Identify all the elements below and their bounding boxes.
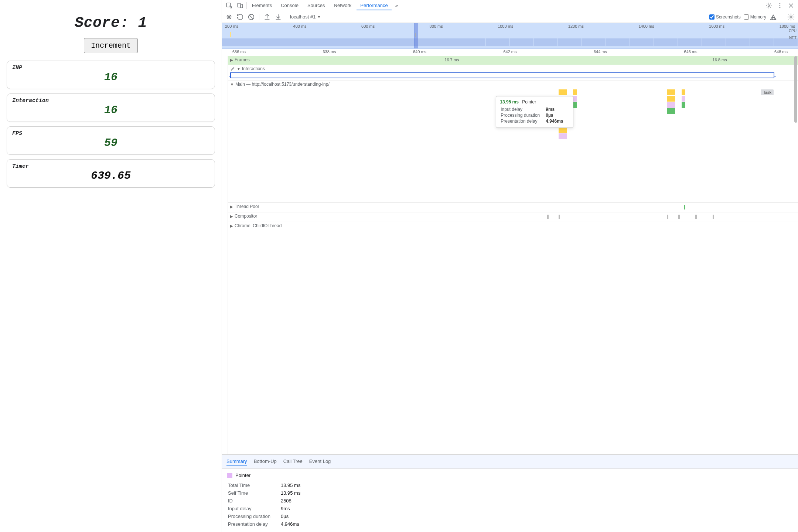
svg-point-6 — [780, 7, 780, 8]
gc-icon[interactable] — [769, 13, 777, 21]
scrollbar-thumb[interactable] — [794, 56, 797, 123]
metric-label: Interaction — [12, 98, 209, 104]
svg-point-4 — [780, 3, 780, 4]
svg-point-3 — [768, 4, 770, 6]
frame-time: 16.8 ms — [713, 58, 727, 62]
upload-profile-icon[interactable] — [263, 13, 271, 21]
metric-label: FPS — [12, 130, 209, 137]
metric-interaction: Interaction 16 — [7, 93, 215, 122]
expander-icon[interactable]: ▶ — [230, 214, 233, 218]
detail-tabbar: Summary Bottom-Up Call Tree Event Log — [222, 455, 798, 469]
metric-inp: INP 16 — [7, 61, 215, 89]
metric-timer: Timer 639.65 — [7, 159, 215, 188]
overview-viewport-handle[interactable] — [415, 23, 418, 48]
ov-tick: 1200 ms — [568, 24, 584, 28]
compositor-track[interactable]: ▶ Compositor — [228, 212, 798, 222]
frames-track[interactable]: ▶ Frames 16.7 ms 16.8 ms — [228, 56, 798, 65]
expander-icon[interactable]: ▼ — [237, 67, 241, 71]
net-label: NET — [789, 36, 797, 40]
tab-call-tree[interactable]: Call Tree — [283, 457, 303, 466]
flamechart[interactable]: ▶ Frames 16.7 ms 16.8 ms ▼ Interactions — [222, 56, 798, 455]
track-label: Frames — [235, 57, 250, 62]
metric-value: 16 — [12, 104, 209, 116]
frame-time: 16.7 ms — [444, 58, 459, 62]
zoom-tick: 648 ms — [774, 50, 788, 55]
expander-icon[interactable]: ▶ — [230, 58, 233, 62]
track-label: Chrome_ChildIOThread — [235, 223, 282, 228]
download-profile-icon[interactable] — [274, 13, 282, 21]
overview-timeline[interactable]: 200 ms 400 ms 600 ms 800 ms 1000 ms 1200… — [222, 23, 798, 49]
performance-toolbar: localhost #1 ▼ Screenshots Memory — [222, 11, 798, 23]
event-color-swatch — [227, 473, 232, 478]
track-label: Compositor — [235, 214, 257, 219]
tab-event-log[interactable]: Event Log — [309, 457, 331, 466]
tab-summary[interactable]: Summary — [226, 457, 247, 466]
track-label: Interactions — [242, 66, 265, 71]
ov-tick: 1400 ms — [638, 24, 654, 28]
svg-point-10 — [790, 16, 792, 18]
metric-fps: FPS 59 — [7, 126, 215, 155]
zoom-ruler[interactable]: 636 ms 638 ms 640 ms 642 ms 644 ms 646 m… — [222, 49, 798, 56]
tab-console[interactable]: Console — [277, 0, 302, 10]
clear-icon[interactable] — [247, 13, 255, 21]
chevron-down-icon: ▼ — [317, 15, 321, 19]
zoom-tick: 640 ms — [413, 50, 426, 55]
tab-bottom-up[interactable]: Bottom-Up — [254, 457, 277, 466]
zoom-tick: 642 ms — [503, 50, 516, 55]
recording-name: localhost #1 — [290, 14, 316, 20]
reload-record-icon[interactable] — [236, 13, 244, 21]
cpu-label: CPU — [789, 29, 797, 33]
device-toggle-icon[interactable] — [235, 1, 245, 10]
tab-sources[interactable]: Sources — [304, 0, 329, 10]
event-name: Pointer — [235, 473, 250, 478]
tooltip-ms: 13.95 ms — [500, 99, 519, 105]
interaction-bar[interactable] — [230, 72, 774, 78]
metric-value: 16 — [12, 71, 209, 83]
ov-tick: 800 ms — [430, 24, 443, 28]
kebab-icon[interactable] — [775, 1, 785, 10]
childio-track[interactable]: ▶ Chrome_ChildIOThread — [228, 222, 798, 231]
summary-panel: Pointer Total Time 13.95 ms Self Time 13… — [222, 469, 798, 532]
metric-value: 59 — [12, 137, 209, 149]
ov-tick: 600 ms — [361, 24, 375, 28]
devtools-pane: Elements Console Sources Network Perform… — [222, 0, 798, 532]
expander-icon[interactable]: ▶ — [230, 205, 233, 209]
screenshots-checkbox[interactable]: Screenshots — [709, 14, 741, 20]
ov-tick: 400 ms — [293, 24, 307, 28]
track-label: Main — http://localhost:5173/understandi… — [235, 82, 330, 87]
inspect-icon[interactable] — [224, 1, 234, 10]
track-label: Thread Pool — [235, 204, 259, 209]
metric-value: 639.65 — [12, 170, 209, 182]
recording-select[interactable]: localhost #1 ▼ — [290, 14, 357, 20]
ov-tick: 1600 ms — [709, 24, 724, 28]
metric-label: INP — [12, 65, 209, 71]
close-icon[interactable] — [786, 1, 796, 10]
thread-pool-track[interactable]: ▶ Thread Pool — [228, 202, 798, 212]
interaction-tooltip: 13.95 ms Pointer Input delay 9ms Process… — [496, 96, 573, 128]
tab-performance[interactable]: Performance — [357, 0, 391, 10]
score-title: Score: 1 — [4, 15, 217, 31]
memory-checkbox[interactable]: Memory — [744, 14, 766, 20]
tabs-overflow[interactable]: » — [393, 3, 400, 8]
app-pane: Score: 1 Increment INP 16 Interaction 16… — [0, 0, 222, 532]
tooltip-name: Pointer — [522, 99, 536, 105]
pencil-icon — [230, 66, 235, 71]
ov-tick: 1000 ms — [498, 24, 513, 28]
ov-tick: 200 ms — [225, 24, 238, 28]
zoom-tick: 646 ms — [684, 50, 697, 55]
tab-elements[interactable]: Elements — [248, 0, 276, 10]
tab-network[interactable]: Network — [330, 0, 355, 10]
zoom-tick: 644 ms — [594, 50, 607, 55]
main-thread-track[interactable]: ▼ Main — http://localhost:5173/understan… — [228, 81, 798, 202]
ov-tick: 1800 ms — [780, 24, 795, 28]
expander-icon[interactable]: ▼ — [230, 82, 234, 86]
zoom-tick: 636 ms — [232, 50, 246, 55]
gear-icon[interactable] — [764, 1, 774, 10]
interactions-track[interactable]: ▼ Interactions — [228, 65, 798, 81]
record-icon[interactable] — [225, 13, 233, 21]
zoom-tick: 638 ms — [323, 50, 336, 55]
increment-button[interactable]: Increment — [84, 38, 138, 53]
svg-point-5 — [780, 5, 780, 6]
expander-icon[interactable]: ▶ — [230, 224, 233, 228]
gear-icon[interactable] — [787, 13, 795, 21]
